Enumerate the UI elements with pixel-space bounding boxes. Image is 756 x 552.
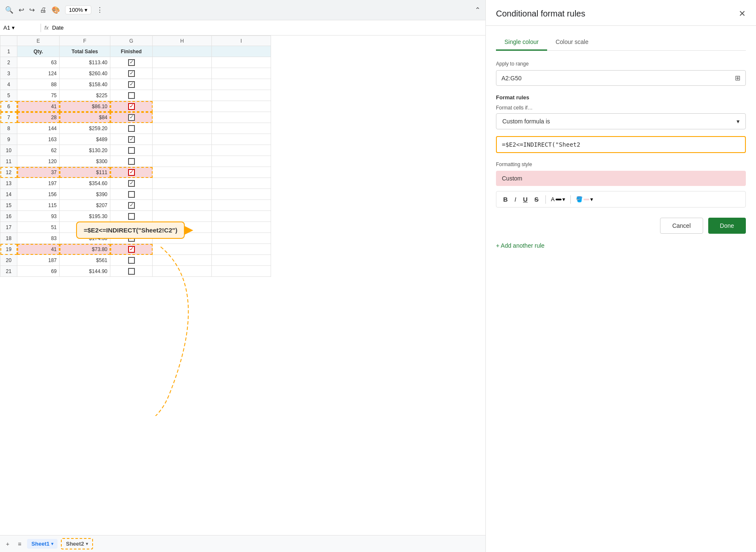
text-color-button[interactable]: A ▾ [551,196,565,202]
cell-qty[interactable]: 120 [17,156,60,167]
col-header-h[interactable]: H [153,36,212,46]
cell-total-sales[interactable]: $260.40 [60,68,110,79]
cell-finished[interactable] [110,79,153,90]
cell-finished[interactable] [110,101,153,112]
checkbox-checked-red[interactable] [128,246,135,253]
tab-colour-scale[interactable]: Colour scale [547,34,597,51]
cell-total-sales[interactable]: $73.80 [60,244,110,255]
range-grid-icon[interactable]: ⊞ [735,74,740,82]
cell-finished[interactable] [110,112,153,123]
italic-button[interactable]: I [513,195,518,204]
cell-total-sales[interactable]: $225 [60,90,110,101]
cell-finished[interactable] [110,57,153,68]
redo-icon[interactable]: ↪ [29,6,35,14]
cell-qty[interactable]: 88 [17,79,60,90]
cell-total-sales[interactable]: $195.30 [60,211,110,222]
col-header-g[interactable]: G [110,36,153,46]
cell-qty[interactable]: 28 [17,112,60,123]
format-condition-dropdown[interactable]: Custom formula is ▾ [496,113,746,129]
panel-close-button[interactable]: ✕ [739,8,746,19]
cell-total-sales[interactable]: $207 [60,200,110,211]
cell-qty[interactable]: 124 [17,68,60,79]
done-button[interactable]: Done [708,218,746,234]
cell-qty[interactable]: 41 [17,244,60,255]
cell-total-sales[interactable]: $489 [60,134,110,145]
cell-finished[interactable] [110,134,153,145]
table-row[interactable]: 8144$259.20 [0,123,271,134]
tab-single-colour[interactable]: Single colour [496,34,547,51]
cell-ref-dropdown-icon[interactable]: ▾ [12,25,15,31]
cell-qty[interactable]: 115 [17,200,60,211]
bold-button[interactable]: B [501,195,509,204]
cell-qty[interactable]: 62 [17,145,60,156]
cell-qty[interactable]: 41 [17,101,60,112]
table-row[interactable]: 575$225 [0,90,271,101]
checkbox-checked[interactable] [128,202,135,209]
checkbox-checked-red[interactable] [128,169,135,176]
col-header-e[interactable]: E [17,36,60,46]
cell-total-sales[interactable]: $300 [60,156,110,167]
cell-total-sales[interactable]: $561 [60,255,110,266]
table-row[interactable]: 263$113.40 [0,57,271,68]
print-icon[interactable]: 🖨 [40,6,47,14]
cell-qty[interactable]: 156 [17,189,60,200]
collapse-icon[interactable]: ⌃ [475,6,480,14]
checkbox-unchecked[interactable] [128,147,135,154]
cell-finished[interactable] [110,189,153,200]
cell-total-sales[interactable]: $158.40 [60,79,110,90]
add-sheet-button[interactable]: + [3,540,12,548]
sheet2-dropdown-icon[interactable]: ▾ [86,541,88,546]
sheet1-dropdown-icon[interactable]: ▾ [51,541,53,546]
add-another-rule-button[interactable]: + Add another rule [496,242,746,249]
cell-qty[interactable]: 83 [17,233,60,244]
cell-finished[interactable] [110,178,153,189]
table-row[interactable]: 1062$130.20 [0,145,271,156]
strikethrough-button[interactable]: S [533,195,540,204]
checkbox-checked-red[interactable] [128,103,135,110]
cell-qty[interactable]: 69 [17,266,60,277]
cell-finished[interactable] [110,90,153,101]
zoom-selector[interactable]: 100% ▾ [65,5,91,14]
table-row[interactable]: 15115$207 [0,200,271,211]
cell-finished[interactable] [110,167,153,178]
table-row[interactable]: 1Qty.Total SalesFinished [0,46,271,57]
checkbox-unchecked[interactable] [128,213,135,220]
checkbox-checked[interactable] [128,70,135,77]
cell-qty[interactable]: 144 [17,123,60,134]
cell-qty[interactable]: 37 [17,167,60,178]
custom-formula-input[interactable]: =$E2<=INDIRECT("Sheet2 [496,136,746,153]
table-row[interactable]: 641$86.10 [0,101,271,112]
search-icon[interactable]: 🔍 [5,6,14,14]
cell-qty[interactable]: 75 [17,90,60,101]
cell-finished[interactable] [110,255,153,266]
table-row[interactable]: 14156$390 [0,189,271,200]
cell-finished[interactable] [110,156,153,167]
table-row[interactable]: 1941$73.80 [0,244,271,255]
table-row[interactable]: 488$158.40 [0,79,271,90]
cell-finished[interactable] [110,211,153,222]
checkbox-unchecked[interactable] [128,158,135,165]
cell-qty[interactable]: 163 [17,134,60,145]
undo-icon[interactable]: ↩ [19,6,24,14]
checkbox-checked[interactable] [128,180,135,187]
cell-total-sales[interactable]: $130.20 [60,145,110,156]
checkbox-checked[interactable] [128,136,135,143]
table-row[interactable]: 20187$561 [0,255,271,266]
cell-reference[interactable]: A1 ▾ [3,25,37,31]
cell-qty[interactable]: 63 [17,57,60,68]
cell-finished[interactable] [110,244,153,255]
cell-total-sales[interactable]: $84 [60,112,110,123]
cell-finished[interactable] [110,123,153,134]
cell-finished[interactable] [110,145,153,156]
sheet2-tab[interactable]: Sheet2 ▾ [61,538,93,549]
cell-qty[interactable]: 93 [17,211,60,222]
checkbox-checked[interactable] [128,59,135,66]
cancel-button[interactable]: Cancel [660,218,703,234]
cell-total-sales[interactable]: $111 [60,167,110,178]
checkbox-unchecked[interactable] [128,257,135,264]
checkbox-unchecked[interactable] [128,268,135,275]
cell-total-sales[interactable]: $86.10 [60,101,110,112]
cell-qty[interactable]: 197 [17,178,60,189]
col-header-f[interactable]: F [60,36,110,46]
table-row[interactable]: 1693$195.30 [0,211,271,222]
